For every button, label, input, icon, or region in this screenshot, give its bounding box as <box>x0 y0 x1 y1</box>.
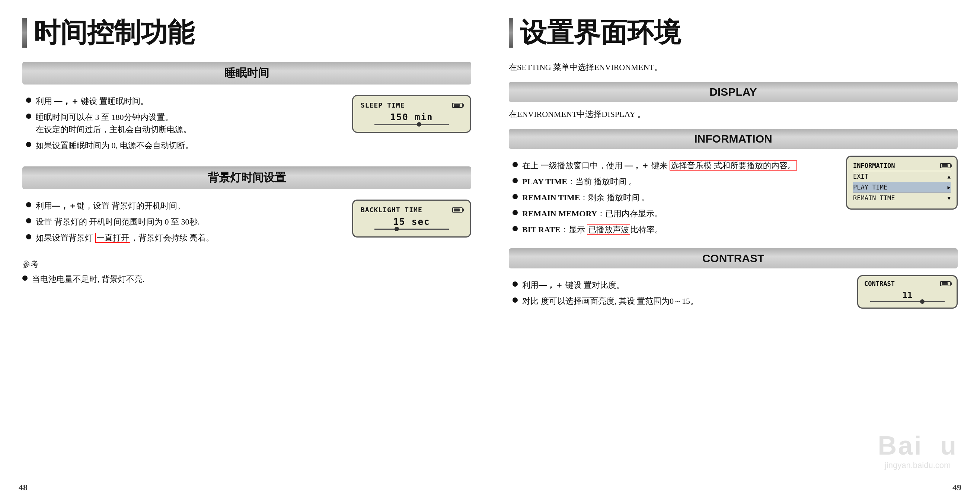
backlight-bullet-1: 利用—，＋键，设置 背景灯的开机时间。 <box>26 199 341 212</box>
slider-line-backlight <box>374 229 449 230</box>
display-desc: 在ENVIRONMENT中选择DISPLAY 。 <box>509 109 958 120</box>
bullet-dot <box>22 275 27 281</box>
info-bullet-3: REMAIN TIME：剩余 播放时间 。 <box>512 191 835 204</box>
watermark-text2: jingyan.baidu.com <box>878 460 958 470</box>
note-section: 参考 当电池电量不足时, 背景灯不亮. <box>22 259 471 285</box>
sleep-time-content: 利用 —，＋ 键设 置睡眠时间。 睡眠时间可以在 3 至 180分钟内设置。在设… <box>22 91 471 155</box>
slider-thumb-backlight <box>395 227 399 231</box>
backlight-time-section: 背景灯时间设置 利用—，＋键，设置 背景灯的开机时间。 设置 背景灯的 开机时间… <box>22 166 471 248</box>
information-header: INFORMATION <box>509 129 958 149</box>
sleep-bullet-list: 利用 —，＋ 键设 置睡眠时间。 睡眠时间可以在 3 至 180分钟内设置。在设… <box>26 95 341 151</box>
bullet-dot <box>512 162 518 167</box>
contrast-slider <box>864 301 951 302</box>
lcd-top-row: SLEEP TIME <box>361 101 463 109</box>
sleep-bullet-3: 如果设置睡眠时间为 0, 电源不会自动切断。 <box>26 139 341 151</box>
bullet-dot <box>512 210 518 215</box>
bullet-dot <box>26 113 31 119</box>
bullet-dot <box>26 218 31 223</box>
sleep-time-header: 睡眠时间 <box>22 62 471 84</box>
bullet-dot <box>26 97 31 103</box>
left-page: 时间控制功能 睡眠时间 利用 —，＋ 键设 置睡眠时间。 睡眠时间可以在 3 至… <box>0 0 490 500</box>
sleep-time-lcd: SLEEP TIME 150 min <box>352 95 471 133</box>
bullet-dot <box>512 226 518 231</box>
sleep-time-section: 睡眠时间 利用 —，＋ 键设 置睡眠时间。 睡眠时间可以在 3 至 180分钟内… <box>22 62 471 155</box>
lcd-top-row-backlight: BACKLIGHT TIME <box>361 206 463 214</box>
backlight-bullet-list: 利用—，＋键，设置 背景灯的开机时间。 设置 背景灯的 开机时间范围时间为 0 … <box>26 199 341 244</box>
info-bullet-4: REMAIN MEMORY：已用内存显示。 <box>512 207 835 220</box>
note-bullet-1: 当电池电量不足时, 背景灯不亮. <box>22 273 471 285</box>
lcd-sleep-slider <box>361 124 463 125</box>
battery-fill-backlight <box>454 209 460 212</box>
lcd-sleep-value: 150 min <box>361 112 463 123</box>
note-title: 参考 <box>22 259 471 270</box>
left-page-title: 时间控制功能 <box>33 15 194 51</box>
information-content: 在上 一级播放窗口中，使用 —，＋ 键来 选择音乐模 式和所要播放的内容。 PL… <box>509 156 958 239</box>
bullet-dot <box>26 234 31 239</box>
information-lcd: INFORMATION EXIT ▲ PLAY TIME ▶ RE <box>846 156 958 210</box>
bullet-dot <box>512 282 518 287</box>
info-lcd-exit-row: EXIT ▲ <box>853 171 951 182</box>
info-lcd-playtime-row: PLAY TIME ▶ <box>853 182 951 193</box>
left-title-area: 时间控制功能 <box>22 15 471 51</box>
contrast-value: 11 <box>864 290 951 300</box>
lcd-sleep-title: SLEEP TIME <box>361 101 404 109</box>
info-lcd-title-row: INFORMATION <box>853 161 951 171</box>
info-lcd-title: INFORMATION <box>853 162 895 169</box>
information-bullet-list: 在上 一级播放窗口中，使用 —，＋ 键来 选择音乐模 式和所要播放的内容。 PL… <box>512 159 835 236</box>
info-lcd-remaintime-row: REMAIN TIME ▼ <box>853 193 951 203</box>
information-bullets: 在上 一级播放窗口中，使用 —，＋ 键来 选择音乐模 式和所要播放的内容。 PL… <box>509 156 835 239</box>
slider-thumb-contrast <box>920 299 924 304</box>
backlight-bullet-3: 如果设置背景灯 一直打开，背景灯会持续 亮着。 <box>26 232 341 244</box>
information-section: INFORMATION 在上 一级播放窗口中，使用 —，＋ 键来 选择音乐模 式… <box>509 129 958 239</box>
contrast-section: CONTRAST 利用—，＋ 键设 置对比度。 对比 度可以选择画面亮度, 其设… <box>509 248 958 311</box>
watermark-text1: Bai u <box>878 431 958 460</box>
battery-fill-info <box>942 164 948 167</box>
display-header: DISPLAY <box>509 82 958 102</box>
title-accent-bar-right <box>509 18 513 48</box>
title-accent-bar <box>22 18 27 48</box>
contrast-title-text: CONTRAST <box>864 280 895 287</box>
sleep-bullet-2: 睡眠时间可以在 3 至 180分钟内设置。在设定的时间过后，主机会自动切断电源。 <box>26 111 341 135</box>
contrast-bullet-1: 利用—，＋ 键设 置对比度。 <box>512 279 846 291</box>
lcd-battery-info <box>940 163 951 168</box>
info-bullet-1: 在上 一级播放窗口中，使用 —，＋ 键来 选择音乐模 式和所要播放的内容。 <box>512 159 835 172</box>
bullet-dot <box>26 142 31 147</box>
lcd-backlight-slider <box>361 229 463 230</box>
contrast-bullet-2: 对比 度可以选择画面亮度, 其设 置范围为0～15。 <box>512 295 846 307</box>
slider-thumb <box>417 122 421 127</box>
sleep-time-bullets: 利用 —，＋ 键设 置睡眠时间。 睡眠时间可以在 3 至 180分钟内设置。在设… <box>22 91 341 155</box>
contrast-lcd-title: CONTRAST <box>864 280 951 287</box>
backlight-time-header: 背景灯时间设置 <box>22 166 471 189</box>
slider-line-contrast <box>870 301 945 302</box>
right-title-area: 设置界面环境 <box>509 15 958 51</box>
right-intro: 在SETTING 菜单中选择ENVIRONMENT。 <box>509 62 958 73</box>
left-page-number: 48 <box>19 482 27 492</box>
contrast-header: CONTRAST <box>509 248 958 268</box>
battery-icon-contrast <box>940 281 951 286</box>
bullet-dot <box>512 298 518 303</box>
backlight-bullet-2: 设置 背景灯的 开机时间范围时间为 0 至 30秒. <box>26 215 341 228</box>
backlight-time-bullets: 利用—，＋键，设置 背景灯的开机时间。 设置 背景灯的 开机时间范围时间为 0 … <box>22 196 341 248</box>
slider-line <box>374 124 449 125</box>
watermark: Bai u jingyan.baidu.com <box>878 431 958 470</box>
battery-fill <box>454 104 460 107</box>
battery-icon <box>452 103 463 108</box>
battery-icon-info <box>940 163 951 168</box>
battery-icon-backlight <box>452 207 463 213</box>
battery-fill-contrast <box>942 282 948 285</box>
bullet-dot <box>512 178 518 183</box>
lcd-battery-contrast <box>940 280 951 287</box>
right-page: 设置界面环境 在SETTING 菜单中选择ENVIRONMENT。 DISPLA… <box>490 0 980 500</box>
contrast-content: 利用—，＋ 键设 置对比度。 对比 度可以选择画面亮度, 其设 置范围为0～15… <box>509 275 958 311</box>
lcd-backlight-title: BACKLIGHT TIME <box>361 206 422 214</box>
right-page-number: 49 <box>953 482 961 492</box>
contrast-bullets: 利用—，＋ 键设 置对比度。 对比 度可以选择画面亮度, 其设 置范围为0～15… <box>509 275 846 311</box>
lcd-battery <box>452 103 463 108</box>
backlight-time-content: 利用—，＋键，设置 背景灯的开机时间。 设置 背景灯的 开机时间范围时间为 0 … <box>22 196 471 248</box>
right-page-title: 设置界面环境 <box>520 15 681 51</box>
info-bullet-2: PLAY TIME：当前 播放时间 。 <box>512 175 835 188</box>
lcd-backlight-value: 15 sec <box>361 217 463 227</box>
sleep-bullet-1: 利用 —，＋ 键设 置睡眠时间。 <box>26 95 341 107</box>
bullet-dot <box>26 202 31 207</box>
info-bullet-5: BIT RATE：显示 已播放声波比特率。 <box>512 223 835 236</box>
